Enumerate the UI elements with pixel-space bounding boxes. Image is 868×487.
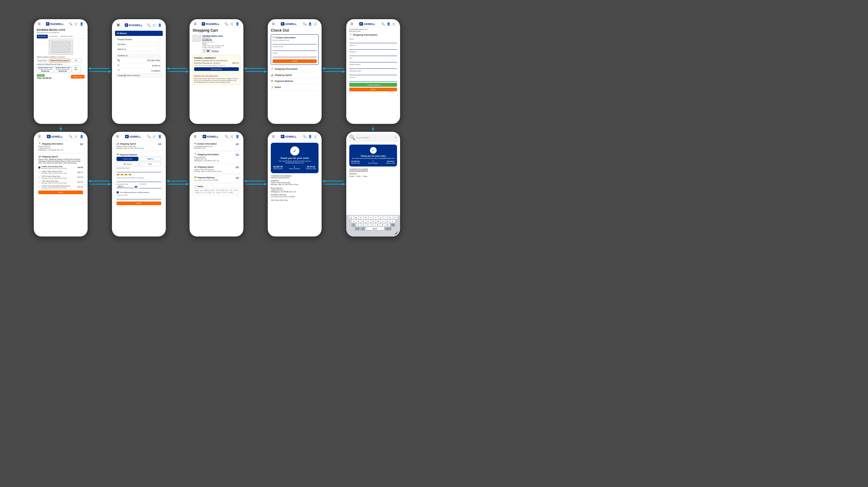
user-icon-2[interactable]: 👤 bbox=[158, 24, 161, 27]
key-p[interactable]: P bbox=[393, 216, 397, 219]
key-y[interactable]: Y bbox=[374, 216, 378, 219]
user-icon-7[interactable]: 👤 bbox=[158, 135, 161, 138]
key-shift[interactable]: ⇧ bbox=[351, 223, 356, 226]
shipping-info-section[interactable]: 📍 Shipping Information bbox=[271, 66, 318, 72]
cart-icon-7[interactable]: 🛒 bbox=[152, 135, 156, 138]
user-icon-8[interactable]: 👤 bbox=[236, 135, 239, 138]
user-icon-9[interactable]: 👤 bbox=[308, 135, 312, 138]
contact-save-button[interactable]: SAVE bbox=[273, 59, 317, 63]
speed-opt-2[interactable]: FedEx 2Day Second Day Monday, May 25 202… bbox=[38, 170, 83, 175]
key-h[interactable]: H bbox=[376, 220, 380, 223]
tab-accessories[interactable]: Accessories bbox=[48, 35, 59, 38]
search-icon-6[interactable]: 🔍 bbox=[69, 135, 72, 138]
search-icon-3[interactable]: 🔍 bbox=[224, 22, 228, 26]
net-terms-btn[interactable]: Net Terms bbox=[117, 162, 138, 166]
cart-icon-5[interactable]: 🛒 bbox=[392, 22, 396, 26]
key-f[interactable]: F bbox=[366, 220, 371, 223]
user-icon-6[interactable]: 👤 bbox=[80, 135, 83, 138]
speed-opt-4[interactable]: UPS 2Day Next Day Monday, May 24 2021 En… bbox=[38, 180, 83, 184]
key-return[interactable]: return bbox=[384, 227, 391, 230]
key-k[interactable]: K bbox=[386, 220, 390, 223]
quantity-select[interactable]: 1 bbox=[202, 49, 211, 53]
shipping-edit-8[interactable]: Edit bbox=[236, 153, 239, 155]
shipping-edit-link-6[interactable]: Edit bbox=[80, 143, 83, 145]
notes-textarea-8[interactable] bbox=[194, 188, 239, 194]
cart-icon-2[interactable]: 🛒 bbox=[152, 24, 156, 27]
option-preowned[interactable]: Pre... bbox=[71, 59, 82, 62]
user-icon-3[interactable]: 👤 bbox=[236, 22, 239, 26]
expiration-select[interactable]: MM/YY bbox=[117, 185, 138, 188]
hamburger-icon-5[interactable]: ☰ bbox=[350, 22, 353, 26]
tab-alternatives[interactable]: Alternative Optio... bbox=[59, 35, 75, 38]
add-warranty-button[interactable]: Add Warranty bbox=[194, 67, 239, 71]
cart-icon-4[interactable]: 🛒 bbox=[314, 22, 317, 26]
notes-section[interactable]: 📝 Notes bbox=[271, 84, 318, 90]
search-icon[interactable]: 🔍 bbox=[69, 22, 72, 26]
search-icon-7[interactable]: 🔍 bbox=[147, 135, 151, 138]
speed-opt-5[interactable]: USPS First-Class Mail Second Day Monday,… bbox=[38, 184, 83, 189]
cart-icon-6[interactable]: 🛒 bbox=[74, 135, 78, 138]
billing-checkbox[interactable] bbox=[117, 191, 119, 193]
search-input-10[interactable] bbox=[356, 137, 394, 139]
payment-edit-8[interactable]: Edit bbox=[236, 177, 239, 178]
contact-edit-8[interactable]: Edit bbox=[236, 143, 239, 145]
search-icon-2[interactable]: 🔍 bbox=[147, 24, 151, 27]
option-additional[interactable]: Additional Buying Options bbox=[49, 59, 70, 62]
key-d[interactable]: D bbox=[362, 220, 366, 223]
speed-opt-3[interactable]: UPS Ground Next Day Monday, May 24 2021 … bbox=[38, 175, 83, 180]
key-l[interactable]: L bbox=[391, 220, 395, 223]
key-n[interactable]: N bbox=[381, 223, 385, 226]
key-a[interactable]: A bbox=[352, 220, 356, 223]
key-globe[interactable]: 🌐 bbox=[361, 227, 365, 230]
tab-description[interactable]: Description bbox=[37, 35, 48, 38]
key-b[interactable]: B bbox=[376, 223, 380, 226]
key-u[interactable]: U bbox=[378, 216, 383, 219]
key-x[interactable]: X bbox=[361, 223, 365, 226]
speed-opt-1[interactable]: FedEx Ground Next Day Monday, May 24 202… bbox=[38, 165, 83, 170]
cart-icon[interactable]: 🛒 bbox=[74, 22, 78, 26]
menu-services[interactable]: Services › bbox=[115, 42, 163, 47]
hamburger-icon-6[interactable]: ☰ bbox=[38, 135, 41, 138]
key-c[interactable]: C bbox=[366, 223, 370, 226]
hamburger-icon-7[interactable]: ☰ bbox=[116, 135, 119, 138]
user-icon-5[interactable]: 👤 bbox=[387, 22, 390, 26]
key-m[interactable]: M bbox=[385, 223, 390, 226]
add-to-cart-button[interactable]: Add to cart bbox=[71, 75, 85, 79]
key-backspace[interactable]: ⌫ bbox=[390, 223, 395, 226]
hamburger-icon-4[interactable]: ☰ bbox=[272, 22, 275, 26]
key-q[interactable]: Q bbox=[349, 216, 353, 219]
wire-btn[interactable]: Wire bbox=[140, 162, 161, 166]
speed-save-button[interactable]: SAVE bbox=[38, 190, 83, 194]
menu-about[interactable]: About us › bbox=[115, 47, 163, 52]
key-w[interactable]: W bbox=[354, 216, 359, 219]
hamburger-icon-3[interactable]: ☰ bbox=[194, 22, 196, 26]
shipping-speed-section[interactable]: 🚚 Shipping Speed bbox=[271, 72, 318, 78]
buy-opt-3[interactable]: Re... $3... bbox=[72, 66, 81, 73]
remove-link[interactable]: Remove bbox=[212, 50, 218, 52]
menu-locations[interactable]: 📍 Locations bbox=[115, 68, 163, 73]
close-icon[interactable]: ✕ bbox=[116, 22, 120, 28]
key-e[interactable]: E bbox=[359, 216, 363, 219]
hamburger-icon-9[interactable]: ☰ bbox=[272, 135, 275, 138]
cart-icon-8[interactable]: 🛒 bbox=[230, 135, 234, 138]
search-icon-5[interactable]: 🔍 bbox=[381, 22, 385, 26]
cart-icon-3[interactable]: 🛒 bbox=[230, 22, 234, 26]
cart-icon-9[interactable]: 🛒 bbox=[314, 135, 317, 138]
key-g[interactable]: G bbox=[371, 220, 375, 223]
menu-popular-brands[interactable]: Popular Brands › bbox=[115, 37, 163, 42]
credit-card-btn[interactable]: Credit Card bbox=[117, 157, 138, 161]
search-icon-4[interactable]: 🔍 bbox=[303, 22, 306, 26]
hamburger-icon[interactable]: ☰ bbox=[38, 22, 41, 26]
key-v[interactable]: V bbox=[371, 223, 375, 226]
menu-phone[interactable]: 📞 800.884.5500 bbox=[115, 58, 163, 63]
key-i[interactable]: I bbox=[383, 216, 388, 219]
hamburger-icon-8[interactable]: ☰ bbox=[194, 135, 196, 138]
key-space[interactable]: space bbox=[366, 227, 384, 230]
option-surplus[interactable]: Surplus New bbox=[37, 59, 48, 62]
speed-edit-7[interactable]: Edit bbox=[158, 143, 161, 145]
verify-address-button[interactable]: ✓ Verify Address bbox=[349, 83, 397, 87]
key-123[interactable]: 123 bbox=[355, 227, 360, 230]
key-s[interactable]: S bbox=[356, 220, 361, 223]
close-search-icon[interactable]: ✕ bbox=[395, 136, 397, 139]
key-o[interactable]: O bbox=[388, 216, 393, 219]
